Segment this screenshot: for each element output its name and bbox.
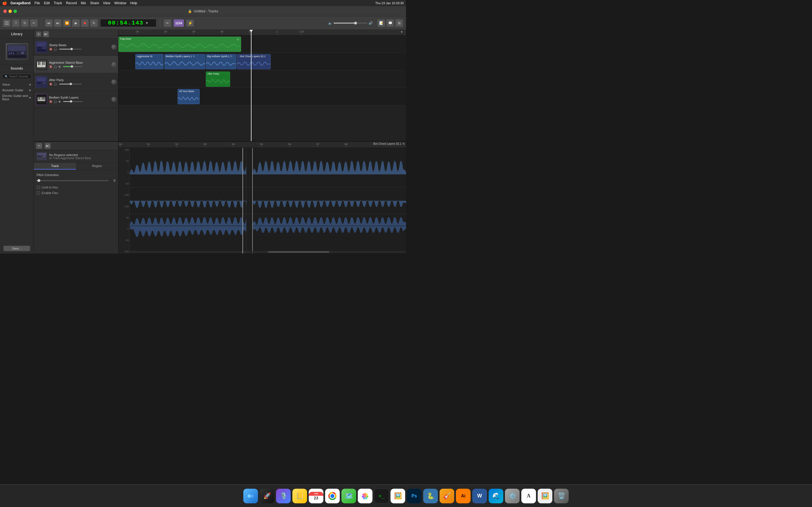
ed-mark-50: :50 xyxy=(118,143,122,148)
track-knob-3[interactable] xyxy=(111,79,116,84)
library-button[interactable] xyxy=(3,19,11,27)
maximize-button[interactable] xyxy=(13,10,17,13)
mute-icon-4[interactable]: 🔇 xyxy=(49,100,52,103)
rewind-button[interactable]: ⏮ xyxy=(45,19,53,27)
volume-thumb[interactable] xyxy=(354,22,357,24)
volume-slider-track[interactable] xyxy=(334,22,367,24)
pitch-slider-thumb[interactable] xyxy=(38,179,40,182)
close-button[interactable] xyxy=(3,10,7,13)
region-trap-door[interactable]: Trap Door ↻ xyxy=(118,37,241,52)
volume-max-icon: 🔊 xyxy=(368,21,373,25)
skip-back-button[interactable]: ⏪ xyxy=(63,19,71,27)
apple-menu[interactable]: 🍎 xyxy=(2,1,7,5)
sounds-search-box[interactable]: 🔍 xyxy=(2,74,31,79)
ruler-mark-10: :10 xyxy=(135,30,139,35)
menu-mix[interactable]: Mix xyxy=(81,1,86,5)
svg-point-12 xyxy=(22,52,23,54)
search-sounds-input[interactable] xyxy=(9,75,29,78)
category-electric-guitar[interactable]: Electric Guitar and Bass ▶ xyxy=(0,93,34,102)
headphone-icon-2[interactable]: 🎧 xyxy=(54,65,57,68)
notation-button[interactable]: 📝 xyxy=(377,19,385,27)
headphone-icon-3[interactable]: 🎧 xyxy=(54,82,57,86)
region-bot-chord-label: ↑ Bot Chord Layers 02.1 xyxy=(237,54,270,58)
menu-edit[interactable]: Edit xyxy=(44,1,50,5)
play-button[interactable]: ▶ xyxy=(72,19,80,27)
save-button[interactable]: Save... xyxy=(3,245,30,251)
region-bedlam-synth[interactable]: Bedlam Synth Layers.1 ↻ xyxy=(164,54,205,69)
record-icon-4[interactable]: ⏺ xyxy=(58,100,61,103)
smart-controls-button[interactable]: ▶| xyxy=(43,31,49,37)
menu-track[interactable]: Track xyxy=(54,1,62,5)
transport-dropdown[interactable]: ▼ xyxy=(145,21,149,25)
volume-slider-2[interactable] xyxy=(63,66,83,67)
tab-track[interactable]: Track xyxy=(34,163,76,170)
loop-button[interactable]: ↻ xyxy=(90,19,98,27)
svg-rect-27 xyxy=(40,62,40,65)
mute-icon-1[interactable]: 🔇 xyxy=(49,48,52,51)
editor-playhead xyxy=(243,148,243,253)
svg-point-17 xyxy=(43,47,45,49)
message-button[interactable]: 💬 xyxy=(386,19,394,27)
volume-thumb-2[interactable] xyxy=(71,65,73,68)
region-all-your-base[interactable]: All Your Base xyxy=(177,89,200,104)
scissors-button[interactable]: ✂ xyxy=(30,19,38,27)
volume-thumb-1[interactable] xyxy=(70,48,73,50)
minimize-button[interactable] xyxy=(8,10,12,13)
menu-window[interactable]: Window xyxy=(114,1,126,5)
volume-thumb-3[interactable] xyxy=(70,83,72,85)
record-icon-2[interactable]: ⏺ xyxy=(58,65,61,68)
menu-help[interactable]: Help xyxy=(130,1,137,5)
svg-rect-8 xyxy=(11,52,12,54)
region-big-anthem[interactable]: Big Anthem Synth.1 ↻ xyxy=(206,54,236,69)
record-button[interactable]: ⏺ xyxy=(81,19,89,27)
mode-button-2[interactable]: ⚡ xyxy=(186,19,194,27)
track-knob-1[interactable] xyxy=(111,45,116,50)
mute-icon-2[interactable]: 🔇 xyxy=(49,65,52,68)
pencil-tool-button[interactable]: ✏ xyxy=(163,19,171,27)
menu-share[interactable]: Share xyxy=(90,1,99,5)
track-lane-2: Aggressive St Bedlam Synth Layers.1 ↻ xyxy=(118,53,406,70)
region-bot-chord[interactable]: ↑ Bot Chord Layers 02.1 xyxy=(237,54,271,69)
svg-rect-9 xyxy=(13,52,14,54)
scissors-editor-button[interactable]: ✂ xyxy=(36,143,42,149)
track-info-4: Bedlam Synth Layers 🔇 🎧 ⏺ xyxy=(49,96,110,103)
region-aggressive-st[interactable]: Aggressive St xyxy=(135,54,163,69)
menu-garageband[interactable]: GarageBand xyxy=(10,1,31,5)
track-knob-4[interactable] xyxy=(111,97,116,102)
tuner-button[interactable]: ↻ xyxy=(21,19,29,27)
volume-slider-4[interactable] xyxy=(63,101,83,102)
headphone-icon-4[interactable]: 🎧 xyxy=(54,100,57,103)
sounds-section-title: Sounds xyxy=(0,64,34,72)
menu-record[interactable]: Record xyxy=(66,1,77,5)
mode-button[interactable]: 1234 xyxy=(174,19,184,27)
category-voice[interactable]: Voice ▶ xyxy=(0,82,34,87)
volume-slider-1[interactable] xyxy=(59,49,82,50)
track-lane-1: Trap Door ↻ xyxy=(118,36,406,53)
help-button[interactable]: ? xyxy=(12,19,20,27)
limit-to-key-checkbox[interactable] xyxy=(37,186,40,189)
track-header-aggressive-bass[interactable]: Aggressive Stance Bass 🔇 🎧 ⏺ xyxy=(34,56,118,73)
mute-icon-3[interactable]: 🔇 xyxy=(49,82,52,86)
smart-editor-button[interactable]: ▶| xyxy=(45,143,51,149)
track-header-after-party[interactable]: After Party 🔇 🎧 xyxy=(34,73,118,91)
region-after-party[interactable]: After Party xyxy=(206,71,230,87)
track-header-bedlam-synth[interactable]: Bedlam Synth Layers 🔇 🎧 ⏺ xyxy=(34,91,118,108)
fast-forward-button[interactable]: ⏭ xyxy=(54,19,62,27)
track-knob-2[interactable] xyxy=(111,62,116,67)
headphone-icon-1[interactable]: 🎧 xyxy=(54,48,57,51)
svg-rect-43 xyxy=(38,97,39,100)
scale-100-bot: 100 xyxy=(119,205,129,208)
track-header-steely-beats[interactable]: Steely Beats 🔇 🎧 xyxy=(34,38,118,56)
add-track-button[interactable]: + xyxy=(36,32,41,37)
category-acoustic-guitar[interactable]: Acoustic Guitar ▶ xyxy=(0,87,34,93)
tracks-view-button[interactable]: ⊞ xyxy=(395,19,403,27)
tab-region[interactable]: Region xyxy=(76,163,118,170)
volume-slider-3[interactable] xyxy=(59,83,82,84)
menu-view[interactable]: View xyxy=(103,1,110,5)
enable-flex-checkbox[interactable] xyxy=(37,191,40,194)
volume-thumb-4[interactable] xyxy=(70,100,72,103)
pitch-value: 0 xyxy=(111,179,115,182)
pitch-slider-track[interactable] xyxy=(37,180,109,181)
waveform-svg xyxy=(130,148,406,253)
menu-file[interactable]: File xyxy=(35,1,40,5)
